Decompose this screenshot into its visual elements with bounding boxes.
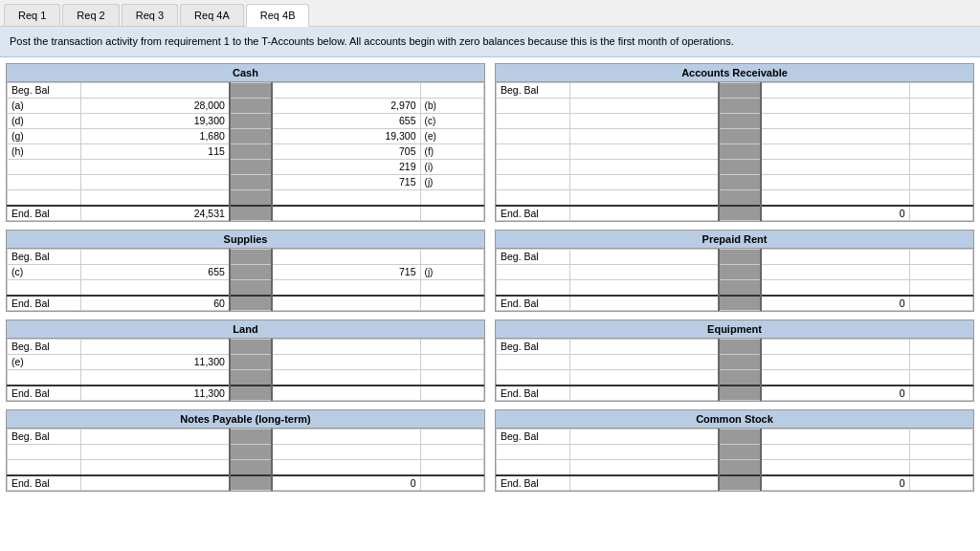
cash-account: Cash Beg. Bal (a) 28,000 2,970 (b) (d) [6, 63, 485, 222]
prepaid-row1 [497, 265, 973, 280]
supplies-body: Beg. Bal (c) 655 715 (j) End [7, 249, 484, 311]
tab-req4b[interactable]: Req 4B [246, 4, 310, 27]
land-row-e: (e) 11,300 [8, 355, 484, 370]
cash-beg-bal-left [81, 83, 230, 99]
np-end-val: 0 [272, 475, 420, 491]
notes-payable-body: Beg. Bal End. Bal [7, 429, 484, 491]
prepaid-end-val: 0 [761, 296, 909, 311]
cash-empty-divider [230, 190, 272, 206]
tab-bar: Req 1 Req 2 Req 3 Req 4A Req 4B [0, 0, 980, 27]
cash-i-suffix: (i) [420, 160, 483, 175]
ar-row5 [497, 160, 973, 175]
supplies-end-val: 60 [81, 296, 230, 311]
supplies-title: Supplies [7, 231, 484, 249]
cash-d-right: 655 [272, 114, 420, 129]
cash-a-label: (a) [8, 99, 81, 114]
ar-divider [719, 83, 761, 99]
tab-req4a[interactable]: Req 4A [180, 4, 244, 26]
equipment-title: Equipment [496, 320, 973, 339]
cash-row-j: 715 (j) [8, 175, 484, 190]
cash-a-suffix: (b) [420, 99, 483, 114]
land-end-row: End. Bal 11,300 [8, 386, 484, 401]
cash-empty-right [272, 190, 420, 206]
cash-i-right: 219 [272, 160, 420, 175]
equipment-end-val: 0 [761, 386, 909, 401]
accounts-grid: Cash Beg. Bal (a) 28,000 2,970 (b) (d) [0, 57, 980, 497]
ar-row6 [497, 175, 973, 190]
cash-a-divider [230, 99, 272, 114]
equipment-end-row: End. Bal 0 [497, 386, 973, 401]
cs-row1 [497, 445, 973, 460]
tab-req1[interactable]: Req 1 [4, 4, 60, 26]
ar-title: Accounts Receivable [496, 64, 973, 82]
ar-beg-left [570, 83, 719, 99]
common-stock-title: Common Stock [496, 410, 973, 429]
prepaid-rent-account: Prepaid Rent Beg. Bal [495, 230, 974, 312]
ar-row7 [497, 190, 973, 206]
equipment-account: Equipment Beg. Bal [495, 320, 974, 402]
ar-end-label: End. Bal [497, 206, 570, 221]
ar-row4 [497, 144, 973, 160]
ar-account: Accounts Receivable Beg. Bal [495, 63, 974, 222]
cash-g-right: 19,300 [272, 129, 420, 144]
cash-body: Beg. Bal (a) 28,000 2,970 (b) (d) 19,300… [7, 82, 484, 221]
cash-j-suffix: (j) [420, 175, 483, 190]
ar-end-bal-row: End. Bal 0 [497, 206, 973, 221]
cash-end-suffix [420, 206, 483, 221]
cash-empty-suffix [420, 190, 483, 206]
prepaid-end-row: End. Bal 0 [497, 296, 973, 311]
cash-h-right: 705 [272, 144, 420, 160]
prepaid-beg-row: Beg. Bal [497, 250, 973, 265]
cash-h-left: 115 [81, 144, 230, 160]
cash-end-bal-row: End. Bal 24,531 [8, 206, 484, 221]
cash-beg-bal-label: Beg. Bal [8, 83, 81, 99]
cash-row-h: (h) 115 705 (f) [8, 144, 484, 160]
cash-row-g: (g) 1,680 19,300 (e) [8, 129, 484, 144]
cash-row-a: (a) 28,000 2,970 (b) [8, 99, 484, 114]
prepaid-row2 [497, 280, 973, 296]
cash-empty-row [8, 190, 484, 206]
prepaid-rent-title: Prepaid Rent [496, 231, 973, 249]
cash-d-divider [230, 114, 272, 129]
cash-row-i: 219 (i) [8, 160, 484, 175]
common-stock-body: Beg. Bal End. Bal [496, 429, 973, 491]
equipment-row2 [497, 370, 973, 386]
cash-j-right: 715 [272, 175, 420, 190]
cash-i-divider [230, 160, 272, 175]
cash-g-label: (g) [8, 129, 81, 144]
cash-j-label [8, 175, 81, 190]
supplies-row-c: (c) 655 715 (j) [8, 265, 484, 280]
cash-beg-bal-right [272, 83, 420, 99]
cash-j-divider [230, 175, 272, 190]
equipment-beg-row: Beg. Bal [497, 340, 973, 355]
ar-row1 [497, 99, 973, 114]
cs-end-row: End. Bal 0 [497, 475, 973, 491]
equipment-body: Beg. Bal End. Bal [496, 339, 973, 401]
cash-d-label: (d) [8, 114, 81, 129]
cash-d-suffix: (c) [420, 114, 483, 129]
supplies-beg-row: Beg. Bal [8, 250, 484, 265]
cash-i-left [81, 160, 230, 175]
ar-beg-label: Beg. Bal [497, 83, 570, 99]
cash-end-divider [230, 206, 272, 221]
ar-beg-bal-row: Beg. Bal [497, 83, 973, 99]
np-end-row: End. Bal 0 [8, 475, 484, 491]
ar-body: Beg. Bal [496, 82, 973, 221]
tab-req2[interactable]: Req 2 [62, 4, 119, 26]
cash-divider [230, 83, 272, 99]
cs-row2 [497, 460, 973, 475]
np-row2 [8, 460, 484, 475]
cash-g-left: 1,680 [81, 129, 230, 144]
cash-beg-bal-row: Beg. Bal [8, 83, 484, 99]
cash-empty-label [8, 190, 81, 206]
equipment-row1 [497, 355, 973, 370]
cash-a-right: 2,970 [272, 99, 420, 114]
tab-req3[interactable]: Req 3 [122, 4, 178, 26]
cash-j-left [81, 175, 230, 190]
cash-g-suffix: (e) [420, 129, 483, 144]
cs-beg-row: Beg. Bal [497, 430, 973, 445]
cash-end-val: 24,531 [81, 206, 230, 221]
common-stock-account: Common Stock Beg. Bal [495, 409, 974, 492]
supplies-end-row: End. Bal 60 [8, 296, 484, 311]
cs-end-val: 0 [761, 475, 909, 491]
